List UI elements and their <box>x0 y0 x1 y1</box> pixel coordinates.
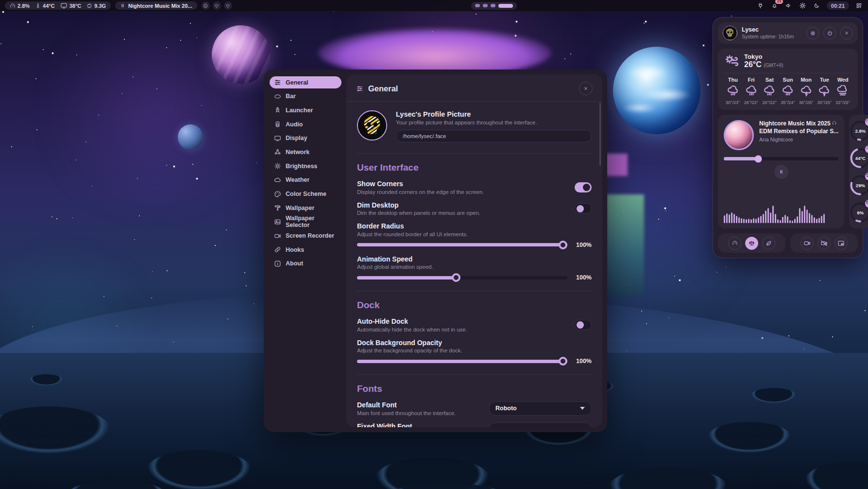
settings-main-panel: General Lysec's Profile Picture Your pro… <box>346 74 602 427</box>
dim-desktop-toggle[interactable] <box>575 203 592 213</box>
forecast-temps: 36°/26° <box>797 100 816 105</box>
uptime-label: System uptime: 1h16m <box>742 34 802 40</box>
auto-hide-dock-toggle[interactable] <box>575 320 592 330</box>
weather-forecast: ThuFriSatSunMonTueWed30°/23°26°/22°26°/2… <box>724 77 852 105</box>
sidebar-item-color-scheme[interactable]: Color Scheme <box>270 188 341 200</box>
heart-button[interactable] <box>213 1 221 10</box>
pause-button[interactable] <box>774 165 788 179</box>
sidebar-item-wallpaper[interactable]: Wallpaper <box>270 202 341 214</box>
heart-button[interactable] <box>224 1 232 10</box>
visualizer-bar <box>765 210 766 223</box>
fixed-font-dropdown[interactable]: DejaVu Sans Mono <box>489 422 592 427</box>
small-planet <box>178 124 203 150</box>
crater <box>0 406 112 455</box>
face-button[interactable] <box>202 1 210 10</box>
workspace-dot[interactable] <box>483 4 488 7</box>
sidebar-item-launcher[interactable]: Launcher <box>270 104 341 116</box>
profile-path-input[interactable] <box>396 130 592 142</box>
visualizer-bar <box>794 219 796 223</box>
visualizer-bar <box>787 216 788 223</box>
workspace-dot[interactable] <box>491 4 495 7</box>
forecast-temps: 33°/25° <box>834 100 852 105</box>
weather-timezone: (GMT+9) <box>764 63 783 68</box>
notification-badge: 23 <box>775 0 783 4</box>
media-module[interactable]: Nightcore Music Mix 20... <box>115 1 197 10</box>
media-title-line2: EDM Remixes of Popular S... <box>759 128 838 136</box>
forecast-day: Tue <box>816 77 834 83</box>
pip-button[interactable] <box>834 237 848 250</box>
settings-button[interactable] <box>806 27 819 39</box>
sidebar-item-network[interactable]: Network <box>270 146 341 158</box>
settings-header: General <box>346 74 602 102</box>
system-stats-module[interactable]: 2.8%44°C38°C9.3G <box>5 1 111 10</box>
media-progress-slider[interactable] <box>724 157 838 160</box>
visualizer-bar <box>746 219 747 223</box>
power-profile-selector <box>718 233 785 253</box>
sliders-icon <box>356 85 363 92</box>
visualizer-bar <box>753 218 754 223</box>
profile-scales-button[interactable] <box>745 237 758 250</box>
setting-row-animation-speed: Animation Speed Adjust global animation … <box>357 255 592 281</box>
animation-speed-slider[interactable] <box>357 276 567 279</box>
sidebar-item-hooks[interactable]: Hooks <box>270 244 341 256</box>
setting-desc: Adjust global animation speed. <box>357 264 592 270</box>
power-button[interactable] <box>823 27 836 39</box>
visualizer-bar <box>814 217 815 223</box>
setting-desc: Automatically hide the dock when not in … <box>357 327 467 332</box>
close-button[interactable] <box>579 82 593 95</box>
night-mode-icon[interactable] <box>813 1 821 10</box>
sidebar-item-about[interactable]: About <box>270 258 341 270</box>
media-player-widget: Nightcore Music Mix 2025 EDM Remixes of … <box>718 115 844 228</box>
apps-grid-icon[interactable] <box>854 1 863 10</box>
close-button[interactable] <box>840 27 853 39</box>
stat-display[interactable]: 38°C <box>60 2 82 9</box>
plug-icon[interactable] <box>756 1 765 10</box>
profile-gauge-button[interactable] <box>728 237 741 250</box>
dock-opacity-slider[interactable] <box>357 360 567 363</box>
avatar[interactable] <box>357 110 387 140</box>
sidebar-item-weather[interactable]: Weather <box>270 174 341 186</box>
sidebar-item-audio[interactable]: Audio <box>270 118 341 130</box>
show-corners-toggle[interactable] <box>575 182 592 192</box>
image-icon <box>274 218 281 226</box>
videooff-button[interactable] <box>817 237 831 250</box>
forecast-day: Mon <box>797 77 816 83</box>
forecast-temps: 26°/22° <box>760 100 779 105</box>
border-radius-slider[interactable] <box>357 243 567 246</box>
sidebar-item-brightness[interactable]: Brightness <box>270 160 341 172</box>
stat-memory[interactable]: 9.3G <box>86 3 106 9</box>
sidebar-item-bar[interactable]: Bar <box>270 90 341 103</box>
sidebar-item-screen-recorder[interactable]: Screen Recorder <box>270 230 341 242</box>
brightness-icon[interactable] <box>799 1 807 10</box>
scrollbar[interactable] <box>599 103 601 166</box>
section-title-dock: Dock <box>357 300 592 311</box>
workspace-indicator[interactable] <box>471 2 517 10</box>
pause-icon <box>120 3 125 8</box>
visualizer-bar <box>770 212 771 223</box>
sidebar-item-display[interactable]: Display <box>270 132 341 144</box>
forecast-temps: 35°/24° <box>779 100 797 105</box>
volume-icon[interactable] <box>784 1 793 10</box>
info-icon <box>274 260 281 267</box>
setting-desc: Display rounded corners on the edge of t… <box>357 189 484 195</box>
bell-icon[interactable]: 23 <box>770 1 779 10</box>
visualizer-bar <box>784 215 786 223</box>
stat-gauge[interactable]: 2.8% <box>10 3 30 9</box>
profile-leaf-button[interactable] <box>762 237 775 250</box>
clock[interactable]: 00:21 <box>827 1 849 10</box>
sidebar-item-general[interactable]: General <box>270 76 341 88</box>
album-art <box>724 120 754 150</box>
default-font-dropdown[interactable]: Roboto <box>489 402 592 416</box>
quick-buttons <box>202 1 232 10</box>
roller-icon <box>274 204 281 211</box>
videocam-button[interactable] <box>800 237 814 250</box>
visualizer-bar <box>789 220 791 223</box>
audio-visualizer <box>724 202 838 223</box>
sidebar-item-wallpaper-selector[interactable]: Wallpaper Selector <box>270 216 341 228</box>
workspace-dot[interactable] <box>475 4 480 7</box>
visualizer-bar <box>782 217 783 223</box>
stat-thermo[interactable]: 44°C <box>35 3 55 9</box>
workspace-active[interactable] <box>498 4 513 8</box>
visualizer-bar <box>733 214 735 223</box>
thunder-icon <box>816 85 834 98</box>
